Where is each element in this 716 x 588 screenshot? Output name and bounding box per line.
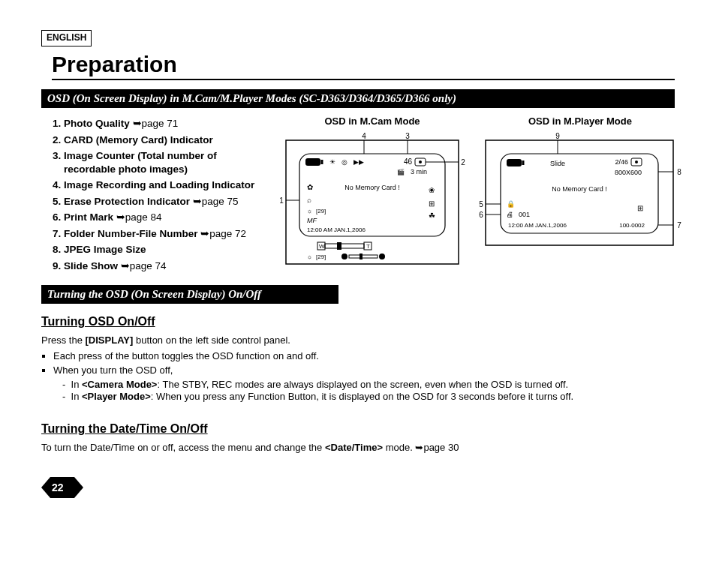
legend-item-9: Slide Show ➥page 74 [64,260,266,273]
svg-text:⊞: ⊞ [637,204,643,212]
svg-text:2: 2 [461,158,465,166]
osd-intro: Press the [DISPLAY] button on the left s… [41,334,675,347]
svg-text:☀: ☀ [329,158,335,166]
svg-text:No Memory Card !: No Memory Card ! [344,184,400,191]
svg-rect-42 [486,140,673,245]
svg-text:☼: ☼ [307,208,312,214]
svg-point-9 [419,160,422,164]
svg-text:✿: ✿ [307,183,313,191]
legend-item-2: CARD (Memory Card) Indicator [64,134,266,147]
svg-point-49 [635,160,638,164]
subsection-datetime: Turning the Date/Time On/Off [41,422,675,437]
osd-dash-2: - In <Player Mode>: When you press any F… [62,391,675,404]
svg-text:⌕: ⌕ [307,196,311,204]
svg-rect-24 [325,244,364,248]
svg-rect-2 [305,158,320,166]
svg-text:7: 7 [677,221,681,230]
legend-item-4: Image Recording and Loading Indicator [64,178,266,192]
svg-text:8: 8 [677,168,681,176]
section-bar-osd-modes: OSD (On Screen Display) in M.Cam/M.Playe… [41,89,675,109]
svg-text:[29]: [29] [316,254,326,260]
svg-text:6: 6 [479,211,483,219]
legend-item-3: Image Counter (Total number of recordabl… [64,149,266,176]
svg-text:001: 001 [519,211,530,218]
svg-text:1: 1 [279,196,284,205]
svg-text:46: 46 [404,158,413,166]
svg-rect-44 [507,159,522,166]
svg-text:☘: ☘ [429,212,435,220]
svg-text:800X600: 800X600 [615,169,642,176]
legend-column: Photo Quality ➥page 71 CARD (Memory Card… [41,114,266,275]
osd-dash-1: - In <Camera Mode>: The STBY, REC modes … [62,379,675,392]
osd-bullets: Each press of the button toggles the OSD… [53,350,675,377]
figure-mplayer-title: OSD in M.Player Mode [475,116,685,128]
svg-point-33 [379,254,385,260]
svg-text:5: 5 [479,200,483,208]
svg-text:🎬: 🎬 [397,168,405,176]
svg-text:▶▶: ▶▶ [353,158,364,166]
osd-bullet-1: Each press of the button toggles the OSD… [53,350,675,363]
legend-item-7: Folder Number-File Number ➥page 72 [64,227,266,241]
svg-text:Slide: Slide [550,160,565,167]
figure-mplayer: OSD in M.Player Mode Slide 2/46 800X600 … [475,114,685,249]
svg-text:No Memory Card !: No Memory Card ! [552,185,607,193]
page-number: 22 [41,477,83,498]
language-label: ENGLISH [41,30,92,46]
figure-mcam: OSD in M.Cam Mode ☀ ◎ ▶▶ 46 🎬 3 min [278,114,466,268]
legend-item-8: JPEG Image Size [64,243,266,256]
svg-rect-32 [360,254,363,260]
svg-text:☼: ☼ [307,254,312,260]
osd-bullet-2: When you turn the OSD off, [53,364,675,377]
svg-rect-31 [349,255,378,258]
legend-item-6: Print Mark ➥page 84 [64,211,266,224]
svg-text:T: T [366,243,370,250]
legend-item-5: Erase Protection Indicator ➥page 75 [64,195,266,208]
datetime-body: To turn the Date/Time on or off, access … [41,442,675,454]
figures-column: OSD in M.Cam Mode ☀ ◎ ▶▶ 46 🎬 3 min [278,114,685,268]
svg-text:MF: MF [307,217,317,224]
svg-text:W: W [319,243,325,250]
svg-text:3: 3 [405,133,410,140]
svg-text:⊞: ⊞ [429,200,435,208]
svg-point-30 [341,254,347,260]
legend-item-1: Photo Quality ➥page 71 [64,117,266,130]
svg-text:❀: ❀ [429,186,435,194]
svg-text:◎: ◎ [341,158,347,166]
svg-text:12:00 AM JAN.1,2006: 12:00 AM JAN.1,2006 [508,222,567,229]
svg-text:3 min: 3 min [411,168,427,176]
subsection-osd-onoff: Turning OSD On/Off [41,314,675,330]
svg-rect-45 [522,160,525,165]
content-columns: Photo Quality ➥page 71 CARD (Memory Card… [41,114,675,275]
svg-text:2/46: 2/46 [615,158,628,166]
figure-mplayer-svg: Slide 2/46 800X600 No Memory Card ! 🔒 🖨 … [475,133,685,249]
svg-text:[29]: [29] [316,208,326,214]
section-bar-onoff: Turning the OSD (On Screen Display) On/O… [41,285,338,304]
svg-text:🖨: 🖨 [507,211,513,218]
svg-text:🔒: 🔒 [507,200,516,208]
svg-rect-25 [337,242,341,250]
svg-rect-3 [321,160,323,164]
page-title: Preparation [52,50,675,80]
figure-mcam-title: OSD in M.Cam Mode [278,116,466,128]
osd-legend-list: Photo Quality ➥page 71 CARD (Memory Card… [41,117,266,272]
svg-text:12:00 AM JAN.1,2006: 12:00 AM JAN.1,2006 [307,226,366,233]
svg-text:4: 4 [362,133,366,140]
figure-mcam-svg: ☀ ◎ ▶▶ 46 🎬 3 min No Memory Card ! ✿ ⌕ ☼… [278,133,466,268]
svg-text:100-0002: 100-0002 [619,222,645,229]
svg-text:9: 9 [555,133,560,140]
